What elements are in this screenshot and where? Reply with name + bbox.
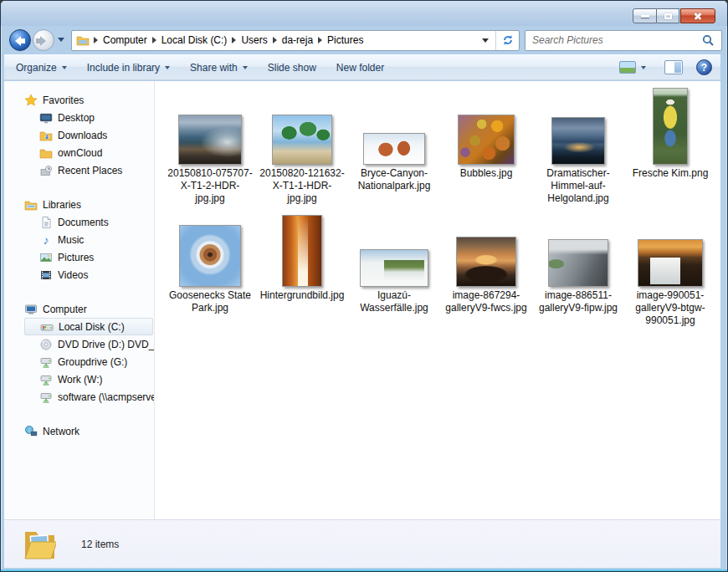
breadcrumb-separator-icon[interactable] <box>318 37 322 43</box>
sidebar-group-favorites[interactable]: Favorites <box>4 91 154 109</box>
sidebar-item-dvd-drive[interactable]: DVD Drive (D:) DVD_ROM <box>4 335 154 353</box>
sidebar-item-local-disk-c[interactable]: Local Disk (C:) <box>24 318 153 335</box>
refresh-button[interactable] <box>495 30 519 51</box>
search-input[interactable] <box>525 34 702 46</box>
navigation-bar: Computer Local Disk (C:) Users da-reja P… <box>1 26 727 54</box>
file-item[interactable]: Bryce-Canyon-Nationalpark.jpg <box>351 84 438 192</box>
sidebar-spacer <box>4 406 154 422</box>
sidebar-item-label: Groupdrive (G:) <box>58 356 127 368</box>
preview-pane-button[interactable] <box>664 60 683 74</box>
file-item[interactable]: 20150810-075707-X-T1-2-HDR-jpg.jpg <box>167 84 254 205</box>
maximize-button[interactable] <box>657 8 679 23</box>
sidebar-item-recent-places[interactable]: Recent Places <box>4 161 154 179</box>
new-folder-button[interactable]: New folder <box>328 59 392 77</box>
file-name: 20150820-121632-X-T1-1-HDR-jpg.jpg <box>259 167 346 205</box>
explorer-window: Computer Local Disk (C:) Users da-reja P… <box>0 0 728 572</box>
thumbnail-box <box>363 84 425 165</box>
sidebar-item-software-share[interactable]: software (\\acmpserver) <box>4 388 154 406</box>
sidebar-item-label: Recent Places <box>58 165 122 176</box>
new-folder-label: New folder <box>336 62 384 74</box>
breadcrumb-users[interactable]: Users <box>238 34 269 46</box>
slide-show-button[interactable]: Slide show <box>259 59 325 77</box>
window-controls <box>633 8 715 23</box>
sidebar-group-computer[interactable]: Computer <box>4 300 154 318</box>
breadcrumb-separator-icon[interactable] <box>273 37 277 43</box>
photo-thumbnail-mountain-hdr <box>178 115 242 165</box>
close-icon <box>693 11 703 21</box>
sidebar-item-pictures[interactable]: Pictures <box>4 248 154 266</box>
breadcrumb-local-disk[interactable]: Local Disk (C:) <box>159 34 230 46</box>
network-drive-icon <box>39 373 53 386</box>
recent-pages-dropdown-icon[interactable] <box>58 38 64 45</box>
sidebar-item-groupdrive[interactable]: Groupdrive (G:) <box>4 353 154 370</box>
include-in-library-label: Include in library <box>87 62 160 74</box>
file-item[interactable]: image-990051-galleryV9-btgw-990051.jpg <box>627 210 714 327</box>
file-name: image-867294-galleryV9-fwcs.jpg <box>443 289 530 314</box>
sidebar-item-label: ownCloud <box>58 147 102 159</box>
file-item[interactable]: image-867294-galleryV9-fwcs.jpg <box>443 210 530 314</box>
sidebar-item-downloads[interactable]: Downloads <box>4 126 154 144</box>
address-dropdown-icon[interactable] <box>482 38 489 46</box>
file-item[interactable]: Fresche Kim.png <box>627 84 714 180</box>
sidebar-item-videos[interactable]: Videos <box>4 266 154 283</box>
breadcrumb-da-reja[interactable]: da-reja <box>279 34 315 46</box>
file-item[interactable]: 20150820-121632-X-T1-1-HDR-jpg.jpg <box>259 84 346 205</box>
sidebar-spacer <box>4 179 154 196</box>
share-with-button[interactable]: Share with <box>182 59 256 77</box>
folder-location-icon[interactable] <box>76 33 90 47</box>
file-item[interactable]: Goosenecks State Park.jpg <box>167 210 254 314</box>
file-item[interactable]: Iguazú-Wasserfälle.jpg <box>351 210 438 314</box>
sidebar-item-desktop[interactable]: Desktop <box>4 109 154 126</box>
change-view-button[interactable] <box>614 58 651 77</box>
recent-places-icon <box>39 164 53 177</box>
thumbnail-box <box>179 210 241 287</box>
file-item[interactable]: image-886511-galleryV9-fipw.jpg <box>535 210 622 314</box>
videos-icon <box>39 268 53 282</box>
main-area: Favorites Desktop Downloads ownCloud <box>4 81 720 519</box>
photo-thumbnail-kim-portrait <box>653 88 688 165</box>
sidebar-item-music[interactable]: ♪ Music <box>4 231 154 248</box>
file-item[interactable]: Dramatischer-Himmel-auf-Helgoland.jpg <box>535 84 622 205</box>
address-bar[interactable]: Computer Local Disk (C:) Users da-reja P… <box>71 30 520 51</box>
sidebar-item-label: Videos <box>58 269 88 281</box>
sidebar-item-owncloud[interactable]: ownCloud <box>4 144 154 161</box>
forward-button[interactable] <box>33 29 54 51</box>
command-toolbar: Organize Include in library Share with S… <box>4 54 720 80</box>
breadcrumb-computer[interactable]: Computer <box>100 34 150 46</box>
photo-thumbnail-grey-cliffs <box>548 239 608 287</box>
sidebar-group-network[interactable]: Network <box>4 422 154 440</box>
file-row: 20150810-075707-X-T1-2-HDR-jpg.jpg 20150… <box>167 84 720 205</box>
dropdown-arrow-icon <box>62 66 67 72</box>
back-button[interactable] <box>9 29 31 51</box>
breadcrumb-separator-icon[interactable] <box>232 37 236 43</box>
breadcrumb-pictures[interactable]: Pictures <box>325 34 366 46</box>
sidebar-item-work-drive[interactable]: Work (W:) <box>4 370 154 388</box>
breadcrumb-separator-icon[interactable] <box>152 37 156 43</box>
organize-label: Organize <box>16 62 57 74</box>
help-button[interactable]: ? <box>696 59 712 75</box>
photo-thumbnail-canyon-beam <box>282 215 322 287</box>
refresh-icon <box>502 34 514 46</box>
include-in-library-button[interactable]: Include in library <box>79 59 178 77</box>
sidebar-item-label: Work (W:) <box>58 374 103 386</box>
organize-button[interactable]: Organize <box>8 59 75 77</box>
sidebar-group-libraries[interactable]: Libraries <box>4 196 154 213</box>
photo-thumbnail-victoria-falls <box>638 239 703 287</box>
file-name: Bryce-Canyon-Nationalpark.jpg <box>351 167 438 192</box>
sidebar-item-documents[interactable]: Documents <box>4 213 154 231</box>
sidebar-item-label: Downloads <box>58 130 107 141</box>
downloads-folder-icon <box>39 129 53 142</box>
file-name: image-886511-galleryV9-fipw.jpg <box>535 289 622 314</box>
photo-thumbnail-bryce-canyon <box>363 133 425 165</box>
file-item[interactable]: Bubbles.jpg <box>443 84 530 180</box>
breadcrumb-separator-icon[interactable] <box>94 37 98 43</box>
photo-thumbnail-bubbles <box>458 115 515 165</box>
sidebar-item-label: Desktop <box>58 112 95 124</box>
file-name: image-990051-galleryV9-btgw-990051.jpg <box>627 289 714 327</box>
thumbnail-box <box>653 84 688 165</box>
title-bar <box>1 1 727 26</box>
file-item[interactable]: Hintergrundbild.jpg <box>259 210 346 302</box>
close-button[interactable] <box>680 8 715 23</box>
minimize-button[interactable] <box>633 8 657 23</box>
sidebar-spacer <box>4 283 154 300</box>
